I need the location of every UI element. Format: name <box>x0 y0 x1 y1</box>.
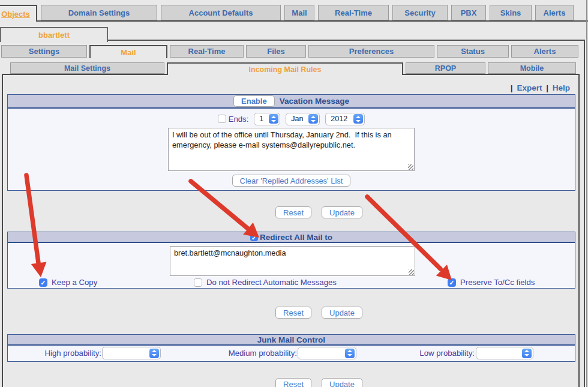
keep-a-copy-option: Keep a Copy <box>39 278 97 287</box>
help-links: | Expert | Help <box>3 83 578 94</box>
tab-label: Mobile <box>520 64 544 73</box>
redirect-section: Redirect All Mail to bret.bartlett@mcnau… <box>7 232 575 289</box>
keep-a-copy-checkbox[interactable] <box>39 278 47 287</box>
redirect-checkbox[interactable] <box>250 233 258 241</box>
tab-status[interactable]: Status <box>437 45 509 58</box>
tab-label: Files <box>267 47 285 56</box>
tab-label: Account Defaults <box>189 8 253 17</box>
vacation-actions: Reset Update <box>31 206 588 218</box>
tab-label: Alerts <box>534 47 556 56</box>
tab-real-time-section[interactable]: Real-Time <box>170 45 244 58</box>
reset-button[interactable]: Reset <box>275 206 311 218</box>
year-select[interactable]: 2012 <box>325 113 365 125</box>
tab-real-time[interactable]: Real-Time <box>318 5 389 20</box>
medium-probability-label: Medium probability: <box>224 349 297 358</box>
admin-page: Objects Domain Settings Account Defaults… <box>0 0 588 387</box>
tab-settings[interactable]: Settings <box>1 45 87 58</box>
keep-a-copy-label: Keep a Copy <box>52 278 97 287</box>
tab-alerts[interactable]: Alerts <box>535 5 574 20</box>
tab-incoming-mail-rules[interactable]: Incoming Mail Rules <box>167 62 403 75</box>
enable-button[interactable]: Enable <box>233 95 275 107</box>
vacation-header: Enable Vacation Message <box>8 95 575 109</box>
stepper-icon <box>269 114 278 124</box>
tab-files[interactable]: Files <box>246 45 306 58</box>
separator: | <box>511 83 513 92</box>
tab-rpop[interactable]: RPOP <box>406 62 485 74</box>
clear-replied-addresses-button[interactable]: Clear 'Replied Addresses' List <box>232 175 351 187</box>
tab-label: Mail <box>121 48 136 57</box>
tab-label: Settings <box>29 47 59 56</box>
redirect-textarea-wrap: bret.bartlett@mcnaughton.media <box>170 246 415 276</box>
stepper-icon <box>149 349 159 358</box>
low-probability-label: Low probability: <box>416 349 475 358</box>
tab-objects[interactable]: Objects <box>0 5 37 22</box>
tab-pbx[interactable]: PBX <box>451 5 486 20</box>
reset-button[interactable]: Reset <box>275 307 311 319</box>
month-select[interactable]: Jan <box>286 113 320 125</box>
vacation-ends-row: Ends: 1 Jan 2012 <box>8 109 575 126</box>
day-value: 1 <box>259 115 263 123</box>
help-link[interactable]: Help <box>553 83 570 92</box>
account-tab-bar: Settings Mail Real-Time Files Preference… <box>0 41 584 58</box>
tab-alerts-section[interactable]: Alerts <box>511 45 578 58</box>
ends-checkbox[interactable] <box>218 115 226 123</box>
expert-link[interactable]: Expert <box>517 83 542 92</box>
stepper-icon <box>308 114 318 124</box>
tab-preferences[interactable]: Preferences <box>308 45 434 58</box>
tab-label: Preferences <box>349 47 394 56</box>
tab-account-defaults[interactable]: Account Defaults <box>161 5 281 20</box>
high-probability-select[interactable] <box>102 347 161 359</box>
tab-skins[interactable]: Skins <box>490 5 532 20</box>
tab-label: Alerts <box>544 8 566 17</box>
tab-label: Status <box>461 47 485 56</box>
window-edge <box>586 0 587 387</box>
tab-mail[interactable]: Mail <box>284 5 314 20</box>
junk-title: Junk Mail Control <box>257 335 325 344</box>
tab-domain-settings[interactable]: Domain Settings <box>41 5 157 20</box>
vacation-message-textarea[interactable]: I will be out of the office until Thursd… <box>168 128 415 171</box>
tab-label: Mail <box>292 8 307 17</box>
redirect-actions: Reset Update <box>31 307 588 319</box>
junk-header: Junk Mail Control <box>8 335 575 346</box>
stepper-icon <box>522 349 532 358</box>
tab-label: Incoming Mail Rules <box>249 65 322 74</box>
vacation-message-section: Enable Vacation Message Ends: 1 Jan 2012… <box>7 94 575 191</box>
preserve-tocc-label: Preserve To/Cc fields <box>460 278 535 287</box>
tab-label: RPOP <box>435 64 456 73</box>
tab-label: Real-Time <box>335 8 372 17</box>
month-value: Jan <box>291 115 303 123</box>
preserve-tocc-checkbox[interactable] <box>448 278 456 287</box>
preserve-tocc-option: Preserve To/Cc fields <box>448 278 535 287</box>
low-probability-select[interactable] <box>476 347 533 359</box>
junk-mail-section: Junk Mail Control High probability: Medi… <box>7 334 575 362</box>
no-auto-redirect-checkbox[interactable] <box>194 278 202 287</box>
redirect-address-textarea[interactable]: bret.bartlett@mcnaughton.media <box>170 246 415 276</box>
redirect-title: Redirect All Mail to <box>260 233 332 242</box>
account-tab-row: bbartlett <box>0 22 588 41</box>
ends-label: Ends: <box>229 115 249 124</box>
update-button[interactable]: Update <box>322 307 362 319</box>
content-frame: | Expert | Help Enable Vacation Message … <box>2 74 580 387</box>
year-value: 2012 <box>331 115 347 123</box>
tab-mail-settings[interactable]: Mail Settings <box>10 62 164 74</box>
update-button[interactable]: Update <box>322 206 362 218</box>
tab-account-bbartlett[interactable]: bbartlett <box>0 27 108 42</box>
tab-security[interactable]: Security <box>392 5 448 20</box>
tab-mail-section[interactable]: Mail <box>89 45 167 58</box>
update-button[interactable]: Update <box>322 378 362 387</box>
no-auto-redirect-option: Do not Redirect Automatic Messages <box>194 278 337 287</box>
account-tab-label: bbartlett <box>38 31 70 40</box>
vacation-textarea-wrap: I will be out of the office until Thursd… <box>168 128 415 171</box>
separator: | <box>546 83 548 92</box>
tab-label: Mail Settings <box>64 64 110 73</box>
top-tab-bar: Objects Domain Settings Account Defaults… <box>0 0 588 22</box>
tab-mobile[interactable]: Mobile <box>488 62 576 74</box>
vacation-title: Vacation Message <box>280 97 349 106</box>
medium-probability-select[interactable] <box>298 347 356 359</box>
junk-actions: Reset Update <box>31 378 588 387</box>
high-probability-label: High probability: <box>41 349 101 358</box>
stepper-icon <box>345 349 355 358</box>
day-select[interactable]: 1 <box>254 113 280 125</box>
redirect-header: Redirect All Mail to <box>8 232 575 243</box>
reset-button[interactable]: Reset <box>275 378 311 387</box>
